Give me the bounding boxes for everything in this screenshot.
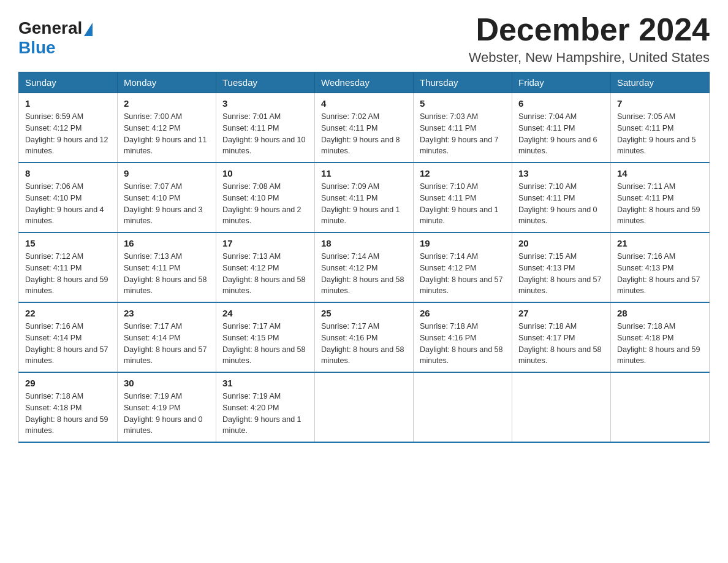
day-number: 16 (124, 238, 210, 248)
calendar-day-cell: 19 Sunrise: 7:14 AMSunset: 4:12 PMDaylig… (414, 232, 512, 302)
day-info: Sunrise: 6:59 AMSunset: 4:12 PMDaylight:… (25, 112, 108, 155)
day-info: Sunrise: 7:12 AMSunset: 4:11 PMDaylight:… (25, 252, 108, 295)
day-of-week-header: Thursday (414, 72, 512, 93)
day-info: Sunrise: 7:01 AMSunset: 4:11 PMDaylight:… (222, 112, 306, 155)
day-number: 15 (25, 238, 111, 248)
day-number: 18 (321, 238, 407, 248)
calendar-day-cell (315, 372, 414, 442)
day-number: 20 (518, 238, 604, 248)
day-info: Sunrise: 7:18 AMSunset: 4:16 PMDaylight:… (420, 322, 503, 365)
day-number: 25 (321, 308, 407, 318)
day-number: 1 (25, 98, 111, 109)
day-number: 2 (124, 98, 210, 109)
day-number: 3 (222, 98, 308, 109)
day-number: 9 (124, 168, 210, 178)
day-info: Sunrise: 7:10 AMSunset: 4:11 PMDaylight:… (518, 182, 597, 225)
calendar-day-cell: 14 Sunrise: 7:11 AMSunset: 4:11 PMDaylig… (611, 163, 710, 232)
day-info: Sunrise: 7:14 AMSunset: 4:12 PMDaylight:… (420, 252, 503, 295)
day-number: 30 (124, 378, 210, 388)
day-number: 12 (420, 168, 506, 178)
calendar-day-cell: 20 Sunrise: 7:15 AMSunset: 4:13 PMDaylig… (512, 232, 611, 302)
day-number: 23 (124, 308, 210, 318)
day-info: Sunrise: 7:18 AMSunset: 4:18 PMDaylight:… (617, 322, 700, 365)
logo-general: General (18, 18, 82, 38)
day-number: 21 (617, 238, 703, 248)
day-number: 26 (420, 308, 506, 318)
day-info: Sunrise: 7:13 AMSunset: 4:11 PMDaylight:… (124, 252, 207, 295)
day-number: 11 (321, 168, 407, 178)
calendar-day-cell (414, 372, 512, 442)
day-info: Sunrise: 7:19 AMSunset: 4:20 PMDaylight:… (222, 392, 301, 435)
calendar-day-cell: 11 Sunrise: 7:09 AMSunset: 4:11 PMDaylig… (315, 163, 414, 232)
day-info: Sunrise: 7:04 AMSunset: 4:11 PMDaylight:… (518, 112, 597, 155)
calendar-day-cell: 13 Sunrise: 7:10 AMSunset: 4:11 PMDaylig… (512, 163, 611, 232)
day-number: 29 (25, 378, 111, 388)
calendar-day-cell: 6 Sunrise: 7:04 AMSunset: 4:11 PMDayligh… (512, 93, 611, 163)
logo-triangle-icon (84, 23, 93, 36)
calendar-week-row: 15 Sunrise: 7:12 AMSunset: 4:11 PMDaylig… (19, 232, 710, 302)
calendar-day-cell: 4 Sunrise: 7:02 AMSunset: 4:11 PMDayligh… (315, 93, 414, 163)
calendar-day-cell: 30 Sunrise: 7:19 AMSunset: 4:19 PMDaylig… (118, 372, 216, 442)
calendar-day-cell: 3 Sunrise: 7:01 AMSunset: 4:11 PMDayligh… (216, 93, 315, 163)
day-info: Sunrise: 7:18 AMSunset: 4:18 PMDaylight:… (25, 392, 108, 435)
day-info: Sunrise: 7:16 AMSunset: 4:13 PMDaylight:… (617, 252, 700, 295)
logo-blue: Blue (18, 38, 56, 58)
day-number: 7 (617, 98, 703, 109)
calendar-day-cell: 18 Sunrise: 7:14 AMSunset: 4:12 PMDaylig… (315, 232, 414, 302)
day-info: Sunrise: 7:03 AMSunset: 4:11 PMDaylight:… (420, 112, 499, 155)
day-number: 5 (420, 98, 506, 109)
calendar-day-cell: 23 Sunrise: 7:17 AMSunset: 4:14 PMDaylig… (118, 302, 216, 372)
calendar-day-cell: 29 Sunrise: 7:18 AMSunset: 4:18 PMDaylig… (19, 372, 118, 442)
day-info: Sunrise: 7:19 AMSunset: 4:19 PMDaylight:… (124, 392, 203, 435)
day-number: 10 (222, 168, 308, 178)
calendar-day-cell (611, 372, 710, 442)
calendar-day-cell: 22 Sunrise: 7:16 AMSunset: 4:14 PMDaylig… (19, 302, 118, 372)
day-of-week-header: Saturday (611, 72, 710, 93)
day-number: 4 (321, 98, 407, 109)
calendar-week-row: 8 Sunrise: 7:06 AMSunset: 4:10 PMDayligh… (19, 163, 710, 232)
calendar-day-cell: 12 Sunrise: 7:10 AMSunset: 4:11 PMDaylig… (414, 163, 512, 232)
day-info: Sunrise: 7:13 AMSunset: 4:12 PMDaylight:… (222, 252, 306, 295)
day-info: Sunrise: 7:06 AMSunset: 4:10 PMDaylight:… (25, 182, 104, 225)
day-info: Sunrise: 7:18 AMSunset: 4:17 PMDaylight:… (518, 322, 602, 365)
page-header: General Blue December 2024 Webster, New … (18, 12, 710, 66)
day-info: Sunrise: 7:08 AMSunset: 4:10 PMDaylight:… (222, 182, 301, 225)
day-number: 6 (518, 98, 604, 109)
day-info: Sunrise: 7:17 AMSunset: 4:15 PMDaylight:… (222, 322, 306, 365)
calendar-week-row: 29 Sunrise: 7:18 AMSunset: 4:18 PMDaylig… (19, 372, 710, 442)
calendar-day-cell: 26 Sunrise: 7:18 AMSunset: 4:16 PMDaylig… (414, 302, 512, 372)
month-year-title: December 2024 (469, 12, 710, 47)
day-info: Sunrise: 7:09 AMSunset: 4:11 PMDaylight:… (321, 182, 400, 225)
location-subtitle: Webster, New Hampshire, United States (469, 50, 710, 66)
day-of-week-header: Sunday (19, 72, 118, 93)
day-number: 13 (518, 168, 604, 178)
title-section: December 2024 Webster, New Hampshire, Un… (469, 12, 710, 66)
calendar-week-row: 22 Sunrise: 7:16 AMSunset: 4:14 PMDaylig… (19, 302, 710, 372)
day-info: Sunrise: 7:17 AMSunset: 4:14 PMDaylight:… (124, 322, 207, 365)
day-of-week-header: Friday (512, 72, 611, 93)
day-number: 22 (25, 308, 111, 318)
day-info: Sunrise: 7:17 AMSunset: 4:16 PMDaylight:… (321, 322, 404, 365)
logo: General Blue (18, 18, 93, 58)
day-info: Sunrise: 7:02 AMSunset: 4:11 PMDaylight:… (321, 112, 400, 155)
day-number: 19 (420, 238, 506, 248)
day-info: Sunrise: 7:05 AMSunset: 4:11 PMDaylight:… (617, 112, 696, 155)
day-number: 17 (222, 238, 308, 248)
calendar-day-cell: 16 Sunrise: 7:13 AMSunset: 4:11 PMDaylig… (118, 232, 216, 302)
calendar-day-cell: 24 Sunrise: 7:17 AMSunset: 4:15 PMDaylig… (216, 302, 315, 372)
day-number: 31 (222, 378, 308, 388)
day-info: Sunrise: 7:11 AMSunset: 4:11 PMDaylight:… (617, 182, 700, 225)
calendar-day-cell: 25 Sunrise: 7:17 AMSunset: 4:16 PMDaylig… (315, 302, 414, 372)
calendar-day-cell: 31 Sunrise: 7:19 AMSunset: 4:20 PMDaylig… (216, 372, 315, 442)
calendar-table: SundayMondayTuesdayWednesdayThursdayFrid… (18, 72, 710, 443)
day-info: Sunrise: 7:14 AMSunset: 4:12 PMDaylight:… (321, 252, 404, 295)
day-number: 8 (25, 168, 111, 178)
calendar-day-cell: 15 Sunrise: 7:12 AMSunset: 4:11 PMDaylig… (19, 232, 118, 302)
day-info: Sunrise: 7:10 AMSunset: 4:11 PMDaylight:… (420, 182, 499, 225)
day-number: 24 (222, 308, 308, 318)
day-of-week-header: Tuesday (216, 72, 315, 93)
day-info: Sunrise: 7:16 AMSunset: 4:14 PMDaylight:… (25, 322, 108, 365)
calendar-day-cell: 1 Sunrise: 6:59 AMSunset: 4:12 PMDayligh… (19, 93, 118, 163)
calendar-day-cell: 9 Sunrise: 7:07 AMSunset: 4:10 PMDayligh… (118, 163, 216, 232)
calendar-day-cell: 28 Sunrise: 7:18 AMSunset: 4:18 PMDaylig… (611, 302, 710, 372)
